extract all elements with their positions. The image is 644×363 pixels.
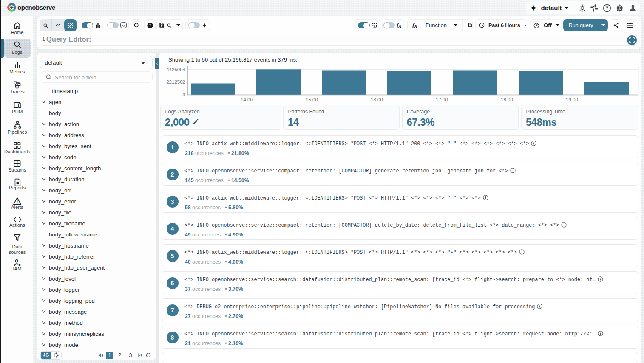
svg-text:17:00: 17:00 [436, 97, 448, 101]
svg-text:0: 0 [183, 92, 185, 97]
svg-text:SQL: SQL [121, 24, 126, 27]
svg-text:18:00: 18:00 [501, 97, 513, 101]
svg-text:fx: fx [412, 22, 417, 28]
svg-text:?: ? [606, 6, 608, 10]
svg-text:15:00: 15:00 [306, 97, 318, 101]
svg-text:19:00: 19:00 [566, 97, 578, 101]
svg-text:16:00: 16:00 [371, 97, 383, 101]
svg-text:4425004: 4425004 [166, 67, 185, 72]
svg-text:fx: fx [397, 22, 402, 28]
svg-text:14:00: 14:00 [241, 97, 253, 101]
svg-text:?: ? [149, 24, 151, 28]
svg-text:2212502: 2212502 [166, 79, 185, 84]
